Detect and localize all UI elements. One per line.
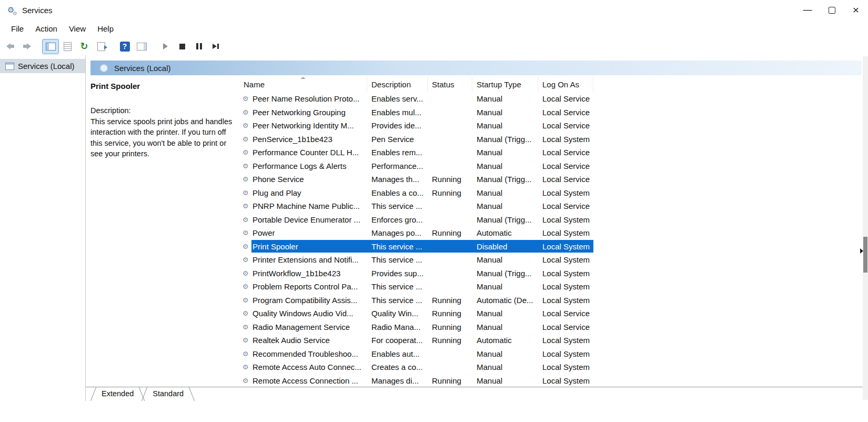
- cell-desc: Enforces gro...: [367, 215, 428, 224]
- properties-button[interactable]: [59, 39, 75, 54]
- show-action-pane-button[interactable]: [134, 39, 149, 54]
- service-row[interactable]: ⚙Peer Networking Identity M...Provides i…: [239, 119, 862, 133]
- export-icon: [97, 42, 105, 51]
- service-row[interactable]: ⚙Performance Logs & AlertsPerformance...…: [239, 159, 862, 173]
- service-row[interactable]: ⚙Program Compatibility Assis...This serv…: [239, 294, 862, 307]
- tree-item-services-local[interactable]: Services (Local): [0, 59, 85, 73]
- selected-service-name: Print Spooler: [90, 82, 238, 91]
- toolbar: ↻?: [0, 37, 868, 56]
- cell-name: Remote Access Connection ...: [251, 376, 367, 385]
- start-icon: [163, 43, 168, 49]
- service-row[interactable]: ⚙Recommended Troubleshoo...Enables aut..…: [239, 347, 862, 361]
- gear-cell: ⚙: [239, 350, 251, 357]
- row-cells: Phone ServiceManages th...RunningManual …: [251, 173, 593, 186]
- gear-cell: ⚙: [239, 256, 251, 263]
- service-row[interactable]: ⚙PNRP Machine Name Public...This service…: [239, 199, 862, 213]
- service-row[interactable]: ⚙PenService_1b1be423Pen ServiceManual (T…: [239, 133, 862, 146]
- show-console-tree-button[interactable]: [43, 39, 58, 54]
- cell-logon: Local System: [538, 242, 593, 251]
- cell-desc: This service ...: [367, 242, 428, 251]
- refresh-button[interactable]: ↻: [76, 39, 92, 54]
- gear-cell: ⚙: [239, 203, 251, 209]
- gear-cell: ⚙: [239, 243, 251, 250]
- service-row[interactable]: ⚙Print SpoolerThis service ...DisabledLo…: [239, 240, 862, 254]
- service-row[interactable]: ⚙Realtek Audio ServiceFor cooperat...Run…: [239, 334, 862, 347]
- tree-item-label: Services (Local): [18, 62, 75, 71]
- scrollbar-thumb[interactable]: [863, 237, 867, 273]
- service-row[interactable]: ⚙Printer Extensions and Notifi...This se…: [239, 253, 862, 267]
- cell-desc: This service ...: [367, 282, 428, 291]
- service-row[interactable]: ⚙Quality Windows Audio Vid...Quality Win…: [239, 307, 862, 320]
- service-row[interactable]: ⚙Performance Counter DLL H...Enables rem…: [239, 146, 862, 159]
- row-cells: PenService_1b1be423Pen ServiceManual (Tr…: [251, 133, 593, 145]
- service-gear-icon: ⚙: [243, 243, 249, 250]
- gear-cell: ⚙: [239, 109, 251, 116]
- cell-desc: Provides sup...: [367, 269, 428, 278]
- cell-name: Peer Name Resolution Proto...: [251, 94, 367, 103]
- cell-startup: Manual: [472, 282, 538, 291]
- gear-cell: ⚙: [239, 377, 251, 384]
- gear-cell: ⚙: [239, 163, 251, 169]
- menu-help[interactable]: Help: [92, 22, 119, 35]
- service-row[interactable]: ⚙PowerManages po...RunningAutomaticLocal…: [239, 226, 862, 240]
- service-row[interactable]: ⚙Remote Access Connection ...Manages di.…: [239, 374, 862, 388]
- tab-extended[interactable]: Extended: [92, 387, 143, 401]
- cell-status: Running: [428, 228, 472, 237]
- column-header-name[interactable]: Name: [239, 76, 367, 92]
- help-button[interactable]: ?: [117, 39, 133, 54]
- cell-name: Plug and Play: [251, 188, 367, 197]
- menu-action[interactable]: Action: [29, 22, 63, 35]
- export-list-button[interactable]: [93, 39, 109, 54]
- cell-startup: Manual (Trigg...: [472, 215, 538, 224]
- gear-cell: ⚙: [239, 122, 251, 129]
- cell-startup: Manual: [472, 162, 538, 170]
- cell-desc: Enables a co...: [367, 188, 428, 197]
- restart-service-button[interactable]: [208, 39, 224, 54]
- gear-cell: ⚙: [239, 297, 251, 304]
- start-service-button[interactable]: [157, 39, 173, 54]
- service-row[interactable]: ⚙Remote Access Auto Connec...Creates a c…: [239, 360, 862, 374]
- cell-logon: Local System: [538, 349, 593, 358]
- service-row[interactable]: ⚙Peer Networking GroupingEnables mul...M…: [239, 106, 862, 119]
- gear-cell: ⚙: [239, 283, 251, 290]
- service-gear-icon: ⚙: [243, 337, 249, 344]
- window-controls: — ×: [795, 0, 868, 20]
- column-header-status[interactable]: Status: [428, 76, 472, 92]
- cell-name: Phone Service: [251, 175, 367, 184]
- properties-icon: [64, 42, 72, 51]
- menu-file[interactable]: File: [5, 22, 29, 35]
- gear-cell: ⚙: [239, 229, 251, 236]
- column-header-startup-type[interactable]: Startup Type: [472, 76, 538, 92]
- maximize-button[interactable]: [820, 0, 844, 20]
- cell-startup: Manual: [472, 255, 538, 264]
- service-row[interactable]: ⚙Radio Management ServiceRadio Mana...Ru…: [239, 320, 862, 334]
- forward-button[interactable]: [19, 39, 35, 54]
- cell-desc: Enables rem...: [367, 148, 428, 157]
- service-row[interactable]: ⚙Plug and PlayEnables a co...RunningManu…: [239, 186, 862, 200]
- service-row[interactable]: ⚙Phone ServiceManages th...RunningManual…: [239, 173, 862, 186]
- stop-service-button[interactable]: [174, 39, 190, 54]
- column-header-description[interactable]: Description: [367, 76, 428, 92]
- cell-logon: Local Service: [538, 121, 593, 130]
- gear-cell: ⚙: [239, 364, 251, 370]
- column-header-log-on-as[interactable]: Log On As: [538, 76, 593, 92]
- service-gear-icon: ⚙: [243, 270, 249, 277]
- service-row[interactable]: ⚙PrintWorkflow_1b1be423Provides sup...Ma…: [239, 267, 862, 280]
- cell-name: PenService_1b1be423: [251, 135, 367, 144]
- services-app-icon: ⚙⚙: [7, 5, 19, 15]
- cell-logon: Local System: [538, 269, 593, 278]
- description-label: Description:: [90, 106, 238, 115]
- cell-startup: Disabled: [472, 242, 538, 251]
- cell-startup: Manual: [472, 376, 538, 385]
- service-row[interactable]: ⚙Peer Name Resolution Proto...Enables se…: [239, 92, 862, 106]
- back-button[interactable]: [2, 39, 18, 54]
- minimize-button[interactable]: —: [795, 0, 820, 20]
- vertical-scrollbar[interactable]: [863, 56, 868, 400]
- service-gear-icon: ⚙: [243, 189, 249, 196]
- service-row[interactable]: ⚙Problem Reports Control Pa...This servi…: [239, 280, 862, 294]
- service-row[interactable]: ⚙Portable Device Enumerator ...Enforces …: [239, 213, 862, 227]
- menu-view[interactable]: View: [63, 22, 92, 35]
- close-button[interactable]: ×: [844, 0, 868, 20]
- tab-standard[interactable]: Standard: [143, 387, 193, 401]
- pause-service-button[interactable]: [191, 39, 207, 54]
